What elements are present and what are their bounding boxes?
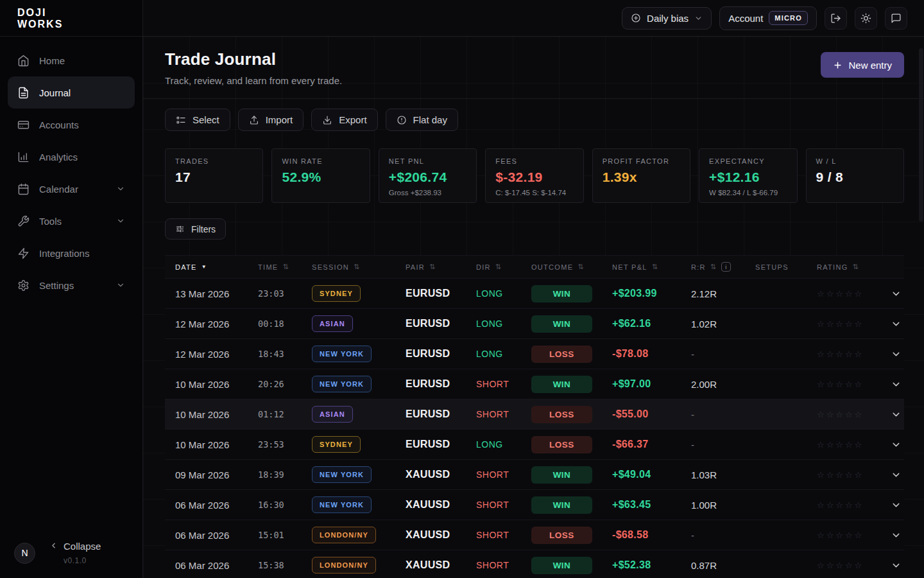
session-badge: LONDON/NY xyxy=(312,527,376,543)
sidebar-item-analytics[interactable]: Analytics xyxy=(8,141,135,173)
sidebar-item-accounts[interactable]: Accounts xyxy=(8,109,135,141)
expand-row-button[interactable] xyxy=(882,409,904,420)
session-badge: NEW YORK xyxy=(312,466,372,483)
rating-stars[interactable]: ☆☆☆☆☆ xyxy=(817,380,882,389)
table-body: 13 Mar 202623:03SYDNEYEURUSDLONGWIN+$203… xyxy=(165,279,904,578)
collapse-label: Collapse xyxy=(64,541,101,552)
table-row[interactable]: 12 Mar 202618:43NEW YORKEURUSDLONGLOSS-$… xyxy=(165,339,904,369)
sidebar-item-home[interactable]: Home xyxy=(8,44,135,76)
table-row[interactable]: 06 Mar 202615:01LONDON/NYXAUUSDSHORTLOSS… xyxy=(165,520,904,550)
expand-row-button[interactable] xyxy=(882,530,904,541)
session-badge: NEW YORK xyxy=(312,346,372,362)
stat-card-net-pnl: NET PNL+$206.74Gross +$238.93 xyxy=(379,148,477,203)
column-label: SESSION xyxy=(312,263,349,271)
sidebar-item-tools[interactable]: Tools xyxy=(8,205,135,237)
trade-time: 15:01 xyxy=(258,530,312,540)
rating-stars[interactable]: ☆☆☆☆☆ xyxy=(817,561,882,570)
expand-row-button[interactable] xyxy=(882,349,904,360)
topbar: Daily bias Account MICRO xyxy=(143,0,924,37)
rating-stars[interactable]: ☆☆☆☆☆ xyxy=(817,319,882,329)
daily-bias-button[interactable]: Daily bias xyxy=(622,7,712,30)
logout-icon xyxy=(830,13,841,24)
sidebar-item-label: Journal xyxy=(39,87,71,98)
stat-card-fees: FEES$-32.19C: $-17.45 S: $-14.74 xyxy=(485,148,583,203)
column-header-rating[interactable]: RATING⇅ xyxy=(817,263,882,271)
risk-reward: - xyxy=(691,530,755,541)
sort-icon: ⇅ xyxy=(354,263,361,271)
table-row[interactable]: 06 Mar 202615:38LONDON/NYXAUUSDSHORTWIN+… xyxy=(165,550,904,578)
table-row[interactable]: 06 Mar 202616:30NEW YORKXAUUSDSHORTWIN+$… xyxy=(165,490,904,520)
theme-toggle-button[interactable] xyxy=(855,7,877,30)
expand-row-button[interactable] xyxy=(882,560,904,571)
outcome-badge: WIN xyxy=(531,466,592,484)
plus-icon xyxy=(833,60,843,70)
scrollbar[interactable] xyxy=(919,48,923,222)
rating-stars[interactable]: ☆☆☆☆☆ xyxy=(817,530,882,540)
outcome-badge: WIN xyxy=(531,376,592,393)
table-row[interactable]: 13 Mar 202623:03SYDNEYEURUSDLONGWIN+$203… xyxy=(165,279,904,309)
avatar[interactable]: N xyxy=(14,543,35,564)
table-header-row: DATE▼TIME⇅SESSION⇅PAIR⇅DIR⇅OUTCOME⇅NET P… xyxy=(165,255,904,279)
download-icon xyxy=(322,115,332,125)
column-header-r-r[interactable]: R:R⇅i xyxy=(691,262,755,272)
stat-value: 1.39x xyxy=(603,170,680,185)
sidebar-item-calendar[interactable]: Calendar xyxy=(8,173,135,205)
column-header-dir[interactable]: DIR⇅ xyxy=(476,263,531,271)
expand-row-button[interactable] xyxy=(882,379,904,390)
collapse-button[interactable]: Collapse xyxy=(49,541,101,552)
stat-label: EXPECTANCY xyxy=(709,157,787,165)
table-row[interactable]: 10 Mar 202601:12ASIANEURUSDSHORTLOSS-$55… xyxy=(165,399,904,430)
export-button[interactable]: Export xyxy=(311,109,377,131)
rating-stars[interactable]: ☆☆☆☆☆ xyxy=(817,470,882,480)
stat-value: 52.9% xyxy=(282,170,359,185)
info-icon[interactable]: i xyxy=(721,262,731,272)
trade-direction: SHORT xyxy=(476,560,531,570)
column-label: OUTCOME xyxy=(531,263,573,271)
expand-row-button[interactable] xyxy=(882,500,904,511)
chat-bubble-icon xyxy=(891,13,902,24)
logout-button[interactable] xyxy=(825,7,847,30)
trade-time: 23:53 xyxy=(258,439,312,450)
sidebar-item-settings[interactable]: Settings xyxy=(8,269,135,301)
stat-label: PROFIT FACTOR xyxy=(603,157,680,165)
table-row[interactable]: 10 Mar 202620:26NEW YORKEURUSDSHORTWIN+$… xyxy=(165,369,904,399)
column-header-time[interactable]: TIME⇅ xyxy=(258,263,312,271)
rating-stars[interactable]: ☆☆☆☆☆ xyxy=(817,500,882,510)
rating-stars[interactable]: ☆☆☆☆☆ xyxy=(817,349,882,359)
expand-row-button[interactable] xyxy=(882,469,904,480)
stat-label: FEES xyxy=(495,157,573,165)
filters-button[interactable]: Filters xyxy=(165,218,226,240)
new-entry-button[interactable]: New entry xyxy=(821,52,904,78)
trade-time: 16:30 xyxy=(258,500,312,510)
rating-stars[interactable]: ☆☆☆☆☆ xyxy=(817,410,882,419)
expand-row-button[interactable] xyxy=(882,439,904,450)
sidebar-item-journal[interactable]: Journal xyxy=(8,76,135,109)
rating-stars[interactable]: ☆☆☆☆☆ xyxy=(817,289,882,299)
select-button[interactable]: Select xyxy=(165,109,230,131)
table-row[interactable]: 12 Mar 202600:18ASIANEURUSDLONGWIN+$62.1… xyxy=(165,309,904,339)
expand-row-button[interactable] xyxy=(882,288,904,299)
flat-day-button[interactable]: Flat day xyxy=(386,109,458,131)
column-header-date[interactable]: DATE▼ xyxy=(165,263,258,271)
column-header-session[interactable]: SESSION⇅ xyxy=(312,263,406,271)
chevron-down-icon xyxy=(116,184,125,193)
column-header-pair[interactable]: PAIR⇅ xyxy=(406,263,476,271)
chat-button[interactable] xyxy=(885,7,907,30)
table-row[interactable]: 10 Mar 202623:53SYDNEYEURUSDLONGLOSS-$66… xyxy=(165,430,904,460)
expand-row-button[interactable] xyxy=(882,319,904,329)
column-header-net-p-l[interactable]: NET P&L⇅ xyxy=(612,263,691,271)
import-button[interactable]: Import xyxy=(238,109,304,131)
sidebar-item-integrations[interactable]: Integrations xyxy=(8,237,135,269)
trade-direction: SHORT xyxy=(476,530,531,540)
trade-date: 12 Mar 2026 xyxy=(165,319,258,329)
page-content: Trade Journal Track, review, and learn f… xyxy=(143,37,924,578)
account-button[interactable]: Account MICRO xyxy=(719,6,817,30)
table-row[interactable]: 09 Mar 202618:39NEW YORKXAUUSDSHORTWIN+$… xyxy=(165,460,904,490)
sun-icon xyxy=(860,13,871,24)
stat-sub: C: $-17.45 S: $-14.74 xyxy=(495,189,573,197)
risk-reward: 2.12R xyxy=(691,288,755,299)
sidebar: DOJI WORKS HomeJournalAccountsAnalyticsC… xyxy=(0,0,143,578)
rating-stars[interactable]: ☆☆☆☆☆ xyxy=(817,440,882,450)
sidebar-item-label: Integrations xyxy=(39,248,89,259)
column-header-outcome[interactable]: OUTCOME⇅ xyxy=(531,263,612,271)
